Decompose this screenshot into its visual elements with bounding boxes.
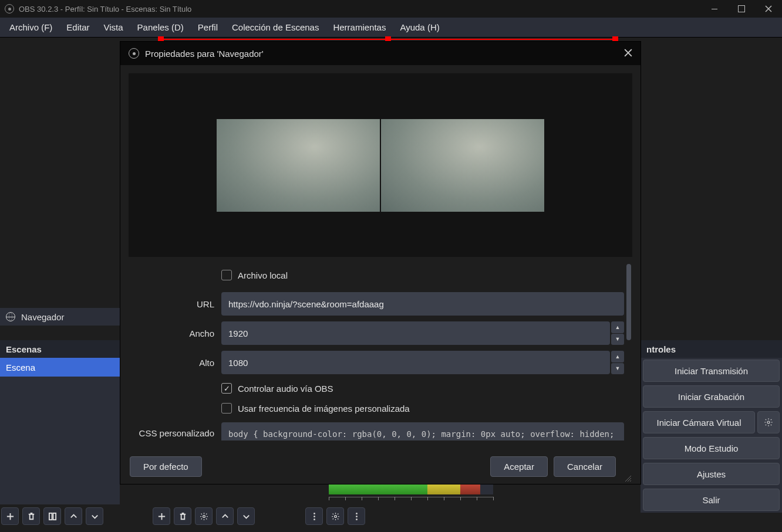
source-up-button[interactable]: [216, 507, 234, 525]
svg-point-3: [203, 515, 205, 517]
remove-scene-button[interactable]: [22, 507, 40, 525]
scene-down-button[interactable]: [86, 507, 103, 525]
scenes-toolbar: [1, 506, 103, 526]
source-preview: [129, 73, 632, 257]
mixer-settings-button[interactable]: [326, 507, 344, 525]
checkbox-icon: [221, 403, 232, 414]
properties-form: Archivo local URL Ancho ▲: [129, 264, 632, 440]
url-label: URL: [129, 299, 221, 309]
control-audio-label: Controlar audio vía OBS: [238, 384, 333, 394]
local-file-label: Archivo local: [238, 270, 288, 280]
url-input[interactable]: [221, 292, 624, 316]
width-spin-up[interactable]: ▲: [611, 321, 624, 333]
studio-mode-button[interactable]: Modo Estudio: [643, 437, 780, 459]
custom-css-label: CSS personalizado: [129, 422, 221, 438]
add-source-button[interactable]: [153, 507, 170, 525]
preview-feed-right: [381, 119, 544, 212]
svg-rect-2: [53, 513, 56, 519]
width-label: Ancho: [129, 328, 221, 338]
checkbox-checked-icon: [221, 383, 232, 394]
custom-fps-label: Usar frecuencia de imágenes personalizad…: [238, 404, 410, 414]
scenes-panel: Escenas Escena: [0, 340, 120, 504]
obs-dialog-icon: [129, 48, 139, 59]
exit-button[interactable]: Salir: [643, 489, 780, 511]
menu-ayuda[interactable]: Ayuda (H): [393, 19, 446, 36]
dialog-title-text: Propiedades para 'Navegador': [145, 49, 264, 59]
scene-item[interactable]: Escena: [0, 358, 120, 377]
svg-point-4: [334, 515, 336, 517]
svg-rect-1: [49, 513, 52, 519]
height-label: Alto: [129, 358, 221, 368]
remove-source-button[interactable]: [174, 507, 191, 525]
controls-panel: ntroles Iniciar Transmisión Iniciar Grab…: [641, 340, 782, 513]
window-controls: [701, 0, 782, 18]
height-spin-down[interactable]: ▼: [611, 363, 624, 375]
menu-herramientas[interactable]: Herramientas: [326, 19, 393, 36]
height-spin-up[interactable]: ▲: [611, 351, 624, 362]
defaults-button[interactable]: Por defecto: [130, 456, 202, 477]
custom-fps-checkbox[interactable]: Usar frecuencia de imágenes personalizad…: [221, 403, 624, 414]
resize-grip-icon[interactable]: [624, 473, 631, 480]
mixer-menu-button[interactable]: [305, 507, 323, 525]
menu-coleccion[interactable]: Colección de Escenas: [225, 19, 326, 36]
menu-vista[interactable]: Vista: [97, 19, 130, 36]
maximize-button[interactable]: [728, 0, 755, 18]
mixer-toolbar: [305, 506, 365, 526]
dialog-titlebar: Propiedades para 'Navegador': [120, 42, 641, 65]
accept-button[interactable]: Aceptar: [490, 456, 548, 477]
close-window-button[interactable]: [755, 0, 782, 18]
form-scrollbar[interactable]: [626, 264, 631, 340]
dialog-footer: Por defecto Aceptar Cancelar: [120, 449, 641, 484]
menu-archivo[interactable]: Archivo (F): [2, 19, 59, 36]
custom-css-textarea[interactable]: [221, 422, 624, 440]
start-record-button[interactable]: Iniciar Grabación: [643, 385, 780, 408]
virtual-cam-button[interactable]: Iniciar Cámara Virtual: [643, 411, 755, 433]
width-spin-down[interactable]: ▼: [611, 334, 624, 345]
scene-up-button[interactable]: [65, 507, 82, 525]
preview-feed-left: [217, 119, 380, 212]
source-down-button[interactable]: [237, 507, 255, 525]
virtual-cam-settings-button[interactable]: [757, 411, 780, 433]
scene-filters-button[interactable]: [43, 507, 61, 525]
settings-button[interactable]: Ajustes: [643, 463, 780, 485]
sources-toolbar: [153, 506, 255, 526]
browser-source-icon: [6, 312, 15, 321]
menu-bar: Archivo (F) Editar Vista Paneles (D) Per…: [0, 18, 782, 38]
window-title: OBS 30.2.3 - Perfíl: Sin Título - Escena…: [19, 5, 191, 13]
checkbox-icon: [221, 270, 232, 280]
controls-panel-title: ntroles: [641, 340, 782, 358]
width-input[interactable]: [221, 321, 610, 345]
properties-dialog: Propiedades para 'Navegador' Archivo loc…: [120, 41, 641, 484]
audio-meter: [329, 483, 493, 503]
menu-editar[interactable]: Editar: [59, 19, 96, 36]
menu-perfil[interactable]: Perfil: [191, 19, 225, 36]
height-input[interactable]: [221, 351, 610, 374]
svg-point-0: [767, 421, 770, 423]
dialog-close-button[interactable]: [624, 49, 632, 59]
minimize-button[interactable]: [701, 0, 728, 18]
control-audio-checkbox[interactable]: Controlar audio vía OBS: [221, 383, 624, 394]
start-stream-button[interactable]: Iniciar Transmisión: [643, 360, 780, 382]
source-settings-button[interactable]: [195, 507, 213, 525]
menu-paneles[interactable]: Paneles (D): [130, 19, 191, 36]
source-label: Navegador: [21, 312, 64, 322]
add-scene-button[interactable]: [1, 507, 19, 525]
title-bar: OBS 30.2.3 - Perfíl: Sin Título - Escena…: [0, 0, 782, 18]
obs-app-icon: [5, 4, 14, 13]
scene-label: Escena: [6, 362, 35, 372]
scenes-panel-title: Escenas: [0, 340, 120, 358]
local-file-checkbox[interactable]: Archivo local: [221, 270, 624, 280]
cancel-button[interactable]: Cancelar: [554, 456, 616, 477]
mixer-extra-button[interactable]: [348, 507, 365, 525]
